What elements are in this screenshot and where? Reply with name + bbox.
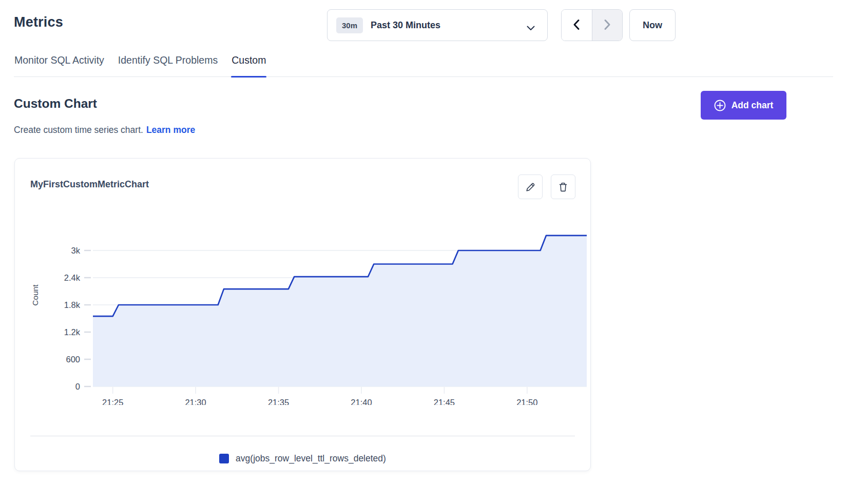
timeseries-chart[interactable]: 06001.2k1.8k2.4k3k21:2521:3021:3521:4021… [15,215,591,405]
page-title: Metrics [14,14,63,30]
x-tick-label: 21:35 [268,398,289,405]
tab-identify-sql-problems[interactable]: Identify SQL Problems [118,53,218,76]
now-button[interactable]: Now [629,9,676,41]
x-tick-label: 21:50 [516,398,537,405]
pencil-icon [525,182,536,192]
prev-time-window-button[interactable] [562,10,592,41]
x-tick-label: 21:30 [185,398,206,405]
plus-circle-icon [714,100,726,111]
chevron-left-icon [573,19,580,32]
trash-icon [558,182,568,192]
section-description-text: Create custom time series chart. [14,125,143,135]
edit-chart-button[interactable] [518,175,543,199]
add-chart-label: Add chart [732,100,774,111]
y-tick-label: 1.8k [64,300,81,309]
x-tick-label: 21:25 [102,398,123,405]
learn-more-link[interactable]: Learn more [146,125,195,135]
time-range-label: Past 30 Minutes [371,20,440,31]
legend-label: avg(jobs_row_level_ttl_rows_deleted) [236,453,386,464]
y-tick-label: 600 [66,355,80,364]
y-tick-label: 0 [75,382,80,391]
time-range-badge: 30m [336,17,363,33]
chart-legend: avg(jobs_row_level_ttl_rows_deleted) [15,447,590,470]
x-tick-label: 21:40 [351,398,372,405]
next-time-window-button[interactable] [592,10,623,41]
add-chart-button[interactable]: Add chart [701,91,786,120]
x-tick-label: 21:45 [434,398,455,405]
y-tick-label: 3k [71,246,81,255]
metrics-tabs: Monitor SQL Activity Identify SQL Proble… [14,53,833,77]
tab-custom[interactable]: Custom [231,53,266,76]
chart-title: MyFirstCustomMetricChart [30,179,149,190]
section-description: Create custom time series chart.Learn mo… [14,125,195,135]
card-divider [30,436,575,436]
y-tick-label: 1.2k [64,327,81,337]
tab-monitor-sql-activity[interactable]: Monitor SQL Activity [14,53,105,76]
metrics-page: Metrics 30m Past 30 Minutes Now Monitor … [0,0,847,504]
delete-chart-button[interactable] [551,175,575,199]
time-range-dropdown[interactable]: 30m Past 30 Minutes [327,9,548,41]
legend-swatch [219,454,229,463]
custom-chart-card: MyFirstCustomMetricChart 06001.2k1.8k2.4… [14,158,591,471]
chevron-right-icon [604,19,611,32]
y-axis-title: Count [31,284,40,306]
time-window-arrows [561,9,623,41]
series-area [93,236,587,386]
chevron-down-icon [527,24,535,33]
section-heading: Custom Chart [14,96,97,111]
y-tick-label: 2.4k [64,273,81,282]
